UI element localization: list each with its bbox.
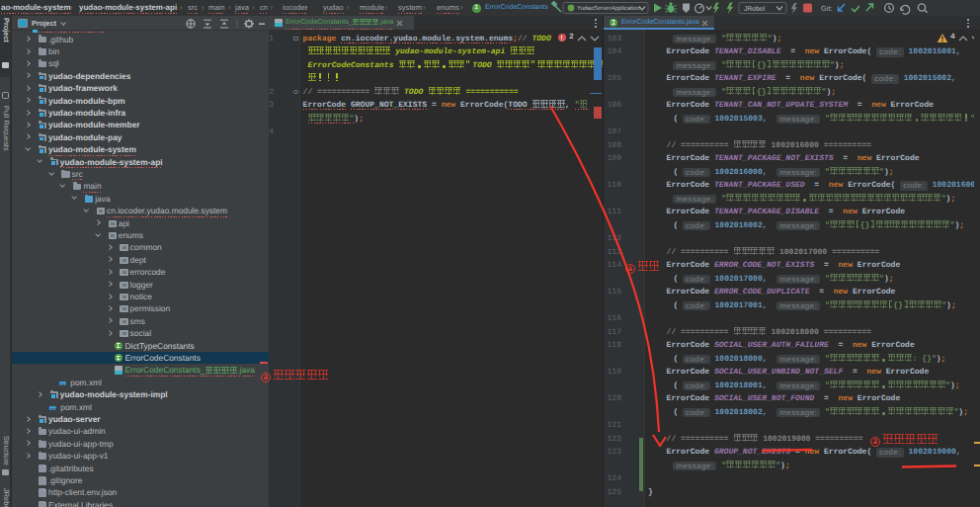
svg-text:YudaoServerApplication: YudaoServerApplication	[577, 5, 640, 12]
svg-text:JRebel: JRebel	[744, 6, 766, 13]
svg-text:Git:: Git:	[821, 4, 833, 13]
